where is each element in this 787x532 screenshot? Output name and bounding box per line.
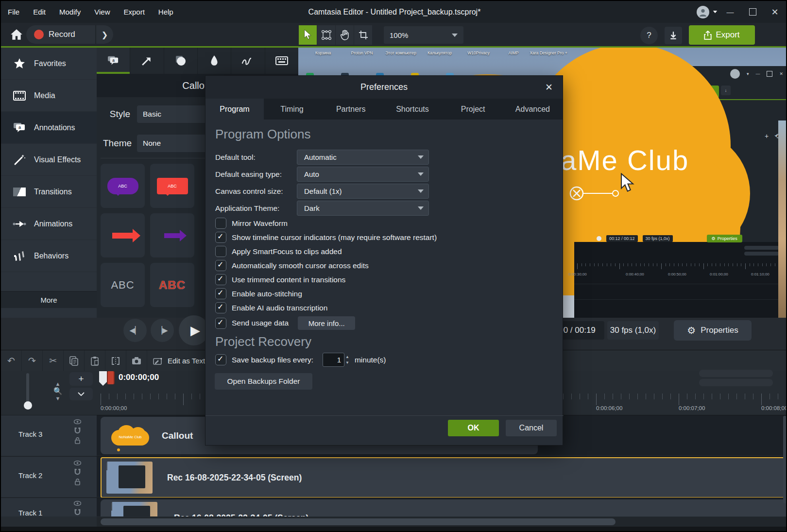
checkbox-send-usage-data[interactable]: Send usage data More info... bbox=[215, 316, 355, 330]
magnet-icon[interactable] bbox=[74, 509, 81, 515]
tab-keystrokes[interactable] bbox=[265, 48, 298, 74]
play-button[interactable]: ▶ bbox=[179, 315, 209, 345]
track2-lane[interactable]: Rec 16-08-2025-22-34-05 (Screen) bbox=[97, 456, 787, 497]
checkbox-smartfocus[interactable]: Apply SmartFocus to clips added bbox=[215, 246, 342, 257]
checkbox-ai-transcription[interactable]: Enable AI audio transcription bbox=[215, 302, 327, 313]
callout-card-arrow-red[interactable] bbox=[101, 213, 145, 257]
tab-advanced[interactable]: Advanced bbox=[503, 99, 563, 120]
h-scrollbar-track[interactable] bbox=[97, 517, 787, 527]
playhead-marker[interactable] bbox=[107, 371, 115, 384]
tab-arrows[interactable] bbox=[130, 48, 164, 74]
rec-clip[interactable]: Rec 16-08-2025-22-34-05 (Screen) bbox=[101, 499, 787, 516]
backup-interval-stepper[interactable]: ▲▼ bbox=[345, 355, 349, 365]
v-scrollbar-thumb[interactable] bbox=[783, 416, 787, 503]
callout-card-text-plain[interactable]: ABC bbox=[101, 263, 145, 307]
home-button[interactable] bbox=[8, 25, 25, 44]
avatar-caret-icon[interactable] bbox=[711, 1, 719, 23]
track1-header: Track 1 bbox=[1, 498, 97, 516]
preferences-dialog: Preferences ✕ Program Timing Partners Sh… bbox=[205, 75, 563, 446]
sidebar-more-button[interactable]: More bbox=[1, 291, 97, 308]
tab-project[interactable]: Project bbox=[443, 99, 502, 120]
tab-blur[interactable] bbox=[198, 48, 231, 74]
minimize-button[interactable]: — bbox=[719, 1, 741, 23]
tab-sketch[interactable] bbox=[231, 48, 265, 74]
checkbox-auto-stitching[interactable]: Enable auto-stitching bbox=[215, 288, 302, 299]
sidebar-item-behaviors[interactable]: Behaviors bbox=[1, 240, 97, 272]
checkbox-mirror-waveform[interactable]: Mirror Waveform bbox=[215, 218, 288, 229]
more-info-button[interactable]: More info... bbox=[298, 316, 355, 330]
menu-help[interactable]: Help bbox=[152, 1, 180, 23]
backup-interval-input[interactable]: 1 bbox=[323, 353, 344, 367]
checkbox-smooth-cursor[interactable]: Automatically smooth cursor across edits bbox=[215, 260, 369, 271]
tab-callouts[interactable]: a bbox=[97, 48, 130, 74]
rec-clip-selected[interactable]: Rec 16-08-2025-22-34-05 (Screen) bbox=[101, 457, 787, 498]
avatar[interactable] bbox=[695, 1, 711, 23]
split-button[interactable] bbox=[105, 350, 126, 372]
help-button[interactable]: ? bbox=[640, 27, 658, 44]
pan-tool-button[interactable] bbox=[336, 25, 354, 45]
tab-shapes[interactable] bbox=[164, 48, 198, 74]
save-backup-row[interactable]: Save backup files every: 1 ▲▼ minute(s) bbox=[215, 353, 386, 367]
snapshot-button[interactable] bbox=[126, 350, 147, 372]
cancel-button[interactable]: Cancel bbox=[506, 420, 557, 436]
crop-tool-button[interactable] bbox=[354, 25, 372, 45]
menu-export[interactable]: Export bbox=[117, 1, 151, 23]
menu-edit[interactable]: Edit bbox=[26, 1, 52, 23]
lock-icon[interactable] bbox=[74, 437, 81, 444]
zoom-select[interactable]: 100% bbox=[384, 26, 463, 44]
add-track-button[interactable]: + bbox=[69, 372, 93, 386]
magnet-icon[interactable] bbox=[74, 427, 81, 434]
paste-button[interactable] bbox=[85, 350, 105, 372]
track1-lane[interactable]: Rec 16-08-2025-22-34-05 (Screen) bbox=[97, 498, 787, 516]
callout-card-text-red[interactable]: ABC bbox=[150, 263, 194, 307]
copy-button[interactable] bbox=[64, 350, 85, 372]
sidebar-item-annotations[interactable]: a Annotations bbox=[1, 112, 97, 144]
download-button[interactable] bbox=[665, 27, 682, 44]
sidebar-item-label: Annotations bbox=[34, 123, 75, 132]
eye-icon[interactable] bbox=[74, 461, 81, 465]
properties-button[interactable]: ⚙ Properties bbox=[674, 320, 752, 341]
canvas-control-size-select[interactable]: Default (1x) bbox=[297, 184, 429, 199]
tab-partners[interactable]: Partners bbox=[320, 99, 381, 120]
tab-program[interactable]: Program bbox=[205, 99, 264, 120]
step-frame-button[interactable]: ▕▶ bbox=[151, 319, 174, 342]
default-easing-select[interactable]: Auto bbox=[297, 167, 429, 182]
redo-button[interactable]: ↷ bbox=[22, 350, 43, 372]
prev-frame-button[interactable]: ◀▏ bbox=[123, 319, 147, 342]
lock-icon[interactable] bbox=[74, 478, 81, 485]
export-button[interactable]: Export bbox=[689, 25, 755, 45]
sidebar-item-transitions[interactable]: Transitions bbox=[1, 176, 97, 208]
h-scrollbar-thumb[interactable] bbox=[101, 518, 616, 525]
undo-button[interactable]: ↶ bbox=[1, 350, 22, 372]
open-backups-folder-button[interactable]: Open Backups Folder bbox=[215, 373, 312, 390]
checkbox-timeline-cursor-indicators[interactable]: Show timeline cursor indicators (may req… bbox=[215, 232, 437, 243]
sidebar-item-favorites[interactable]: Favorites bbox=[1, 48, 97, 80]
maximize-button[interactable] bbox=[741, 1, 764, 23]
dialog-close-icon[interactable]: ✕ bbox=[542, 81, 556, 94]
menu-view[interactable]: View bbox=[87, 1, 117, 23]
eye-icon[interactable] bbox=[74, 501, 81, 506]
cut-button[interactable]: ✂ bbox=[43, 350, 64, 372]
default-tool-select[interactable]: Automatic bbox=[297, 150, 429, 165]
tab-shortcuts[interactable]: Shortcuts bbox=[381, 99, 443, 120]
callout-card-speech-purple[interactable]: ABC bbox=[101, 164, 145, 208]
callout-card-arrow-purple[interactable] bbox=[150, 213, 194, 257]
menu-modify[interactable]: Modify bbox=[52, 1, 87, 23]
ok-button[interactable]: OK bbox=[448, 420, 499, 436]
sidebar-item-visual-effects[interactable]: Visual Effects bbox=[1, 144, 97, 176]
eye-icon[interactable] bbox=[74, 419, 81, 424]
playhead-flag[interactable] bbox=[99, 371, 107, 386]
sidebar-item-animations[interactable]: Animations bbox=[1, 208, 97, 240]
close-button[interactable]: ✕ bbox=[764, 1, 786, 23]
menu-file[interactable]: File bbox=[1, 1, 26, 23]
annotation-handle[interactable] bbox=[568, 184, 626, 203]
checkbox-trimmed-content[interactable]: Use trimmed content in transitions bbox=[215, 274, 345, 285]
magnet-icon[interactable] bbox=[74, 468, 81, 475]
cursor-tool-button[interactable] bbox=[299, 25, 317, 45]
callout-card-speech-red[interactable]: ABC bbox=[150, 164, 194, 208]
sidebar-item-media[interactable]: Media bbox=[1, 80, 97, 112]
record-button[interactable]: Record bbox=[26, 25, 95, 44]
transform-tool-button[interactable] bbox=[317, 25, 335, 45]
application-theme-select[interactable]: Dark bbox=[297, 201, 429, 216]
tab-timing[interactable]: Timing bbox=[264, 99, 320, 120]
